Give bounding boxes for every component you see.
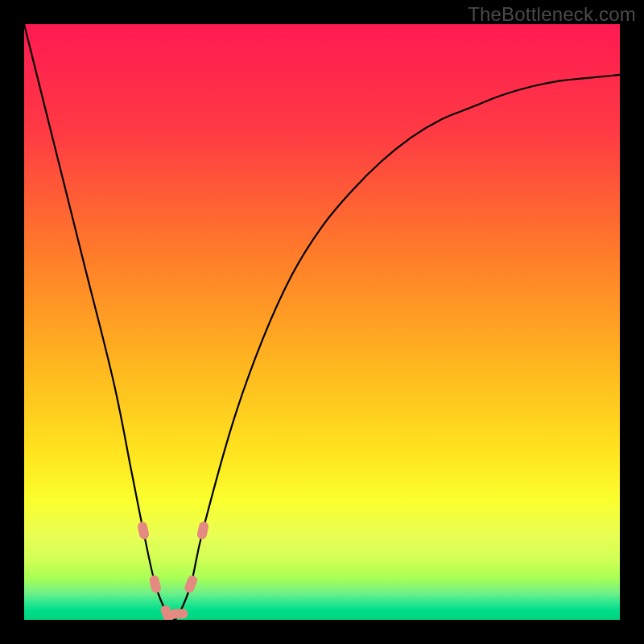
watermark-text: TheBottleneck.com — [468, 3, 636, 26]
chart-frame: TheBottleneck.com — [0, 0, 644, 644]
valley-marker — [196, 521, 209, 540]
valley-marker — [137, 521, 150, 540]
plot-area — [24, 24, 620, 620]
valley-marker — [149, 575, 162, 594]
valley-marker — [170, 609, 188, 619]
bottleneck-curve — [24, 24, 620, 620]
valley-marker — [184, 574, 199, 594]
